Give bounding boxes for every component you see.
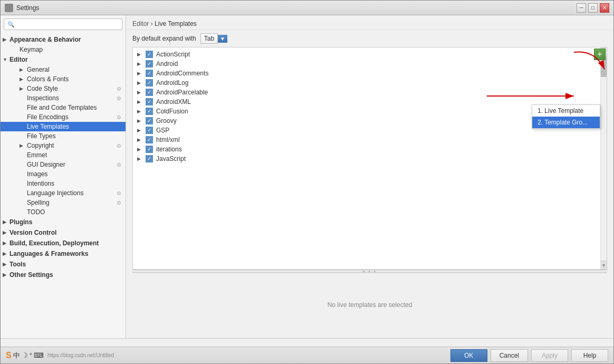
sidebar-item-label: Colors & Fonts xyxy=(27,75,69,83)
expand-arrow-icon: ▶ xyxy=(137,71,142,76)
settings-icon: ⚙ xyxy=(117,190,121,196)
template-checkbox[interactable] xyxy=(146,70,153,77)
sidebar-item-appearance[interactable]: ▶ Appearance & Behavior xyxy=(1,34,126,45)
sidebar-item-emmet[interactable]: Emmet xyxy=(1,150,126,160)
sidebar-item-build-execution[interactable]: ▶ Build, Execution, Deployment xyxy=(1,238,126,248)
template-item[interactable]: ▶ AndroidXML xyxy=(133,97,600,107)
template-checkbox[interactable] xyxy=(146,98,153,106)
sidebar-item-label: Live Templates xyxy=(27,123,69,130)
sidebar-item-editor[interactable]: ▼ Editor xyxy=(1,54,126,65)
sidebar-item-label: Other Settings xyxy=(9,271,53,279)
sidebar-item-images[interactable]: Images xyxy=(1,169,126,179)
template-name: html/xml xyxy=(156,136,180,143)
scrollbar[interactable]: ▲ ▼ xyxy=(600,47,607,269)
template-checkbox[interactable] xyxy=(146,60,153,68)
dropdown-item-live-template[interactable]: 1. Live Template xyxy=(532,105,600,117)
sidebar-item-file-encodings[interactable]: File Encodings ⚙ xyxy=(1,112,126,122)
sidebar-item-plugins[interactable]: ▶ Plugins xyxy=(1,217,126,227)
template-checkbox[interactable] xyxy=(146,79,153,87)
expand-arrow-icon: ▶ xyxy=(137,128,142,133)
template-checkbox[interactable] xyxy=(146,89,153,96)
template-checkbox[interactable] xyxy=(146,155,153,162)
sidebar-item-language-injections[interactable]: Language Injections ⚙ xyxy=(1,188,126,198)
template-checkbox[interactable] xyxy=(146,136,153,143)
sidebar-item-file-types[interactable]: File Types xyxy=(1,131,126,141)
window-controls: ─ □ ✕ xyxy=(577,3,609,13)
sidebar-item-inspections[interactable]: Inspections ⚙ xyxy=(1,93,126,103)
expand-arrow-icon: ▶ xyxy=(137,118,142,123)
sidebar-item-label: Tools xyxy=(9,261,26,268)
template-item[interactable]: ▶ Android xyxy=(133,59,600,69)
template-checkbox[interactable] xyxy=(146,51,153,58)
apply-button[interactable]: Apply xyxy=(531,349,568,362)
sidebar-item-colors-fonts[interactable]: ▶ Colors & Fonts xyxy=(1,74,126,84)
sidebar-item-keymap[interactable]: Keymap xyxy=(1,45,126,54)
template-item[interactable]: ▶ html/xml xyxy=(133,135,600,145)
help-button[interactable]: Help xyxy=(571,349,608,362)
template-checkbox[interactable] xyxy=(146,117,153,124)
maximize-button[interactable]: □ xyxy=(588,3,598,13)
taskbar-icons: S 中 ☽ ° ⌨ https://blog.csdn.net/Untitled xyxy=(6,351,114,360)
search-box[interactable]: 🔍 xyxy=(4,18,122,30)
expand-arrow-icon: ▶ xyxy=(3,262,8,267)
window-icon xyxy=(5,4,13,12)
minimize-button[interactable]: ─ xyxy=(577,3,586,13)
sidebar-item-languages-frameworks[interactable]: ▶ Languages & Frameworks xyxy=(1,248,126,259)
expand-select[interactable]: Tab ▼ xyxy=(200,33,227,44)
template-item[interactable]: ▶ AndroidLog xyxy=(133,78,600,88)
expand-arrow-icon: ▶ xyxy=(137,156,142,161)
template-name: AndroidXML xyxy=(156,98,191,106)
content-area: Editor › Live Templates By default expan… xyxy=(126,15,613,338)
sidebar-item-tools[interactable]: ▶ Tools xyxy=(1,259,126,270)
sidebar-item-gui-designer[interactable]: GUI Designer ⚙ xyxy=(1,160,126,169)
breadcrumb-parent: Editor xyxy=(132,20,149,27)
sidebar-item-label: Keymap xyxy=(20,46,43,53)
template-item[interactable]: ▶ ColdFusion xyxy=(133,107,600,116)
sidebar-item-label: Appearance & Behavior xyxy=(9,36,81,43)
sidebar-item-live-templates[interactable]: Live Templates xyxy=(1,122,126,131)
template-name: Groovy xyxy=(156,117,177,124)
template-name: AndroidParcelable xyxy=(156,89,208,96)
settings-icon: ⚙ xyxy=(117,200,121,206)
scroll-down-button[interactable]: ▼ xyxy=(601,261,607,269)
search-input[interactable] xyxy=(17,21,119,28)
template-item[interactable]: ▶ AndroidParcelable xyxy=(133,88,600,97)
select-value[interactable]: Tab xyxy=(200,33,218,44)
taskbar-icon-moon: ☽ xyxy=(22,351,28,359)
templates-panel: + ▶ ActionScript ▶ Android ▶ AndroidComm… xyxy=(132,47,607,336)
sidebar-item-spelling[interactable]: Spelling ⚙ xyxy=(1,198,126,207)
dropdown-item-template-group[interactable]: 2. Template Gro... xyxy=(532,117,600,128)
sidebar-item-todo[interactable]: TODO xyxy=(1,207,126,217)
template-item[interactable]: ▶ iterations xyxy=(133,145,600,154)
cancel-button[interactable]: Cancel xyxy=(491,349,528,362)
sidebar-item-label: Images xyxy=(27,170,47,178)
template-item[interactable]: ▶ Groovy xyxy=(133,116,600,126)
template-item[interactable]: ▶ ActionScript xyxy=(133,50,600,59)
close-button[interactable]: ✕ xyxy=(600,3,609,13)
select-dropdown-button[interactable]: ▼ xyxy=(218,35,227,43)
template-checkbox[interactable] xyxy=(146,127,153,134)
ok-button[interactable]: OK xyxy=(450,349,487,362)
template-type-dropdown: 1. Live Template 2. Template Gro... xyxy=(532,104,600,129)
sidebar-item-label: Emmet xyxy=(27,151,47,159)
sidebar-item-label: Build, Execution, Deployment xyxy=(9,240,99,247)
sidebar-item-other-settings[interactable]: ▶ Other Settings xyxy=(1,270,126,280)
sidebar-item-label: Intentions xyxy=(27,180,54,187)
sidebar-item-copyright[interactable]: ▶ Copyright ⚙ xyxy=(1,141,126,150)
templates-scroll[interactable]: ▶ ActionScript ▶ Android ▶ AndroidCommen… xyxy=(133,47,600,269)
sidebar-item-file-code-templates[interactable]: File and Code Templates xyxy=(1,103,126,112)
template-item[interactable]: ▶ GSP xyxy=(133,126,600,135)
add-template-button[interactable]: + xyxy=(594,49,606,60)
sidebar-item-general[interactable]: ▶ General xyxy=(1,65,126,74)
expand-arrow-icon: ▶ xyxy=(3,37,8,42)
template-item[interactable]: ▶ AndroidComments xyxy=(133,69,600,78)
template-checkbox[interactable] xyxy=(146,146,153,153)
sidebar-item-code-style[interactable]: ▶ Code Style ⚙ xyxy=(1,84,126,93)
sidebar-item-version-control[interactable]: ▶ Version Control xyxy=(1,227,126,238)
template-item[interactable]: ▶ JavaScript xyxy=(133,154,600,164)
content-header: Editor › Live Templates xyxy=(126,15,613,30)
expand-arrow-icon: ▶ xyxy=(20,86,25,91)
sidebar-item-intentions[interactable]: Intentions xyxy=(1,179,126,188)
settings-window: Settings ─ □ ✕ 🔍 ▶ Appearance & Behavior xyxy=(0,0,614,364)
template-checkbox[interactable] xyxy=(146,108,153,115)
